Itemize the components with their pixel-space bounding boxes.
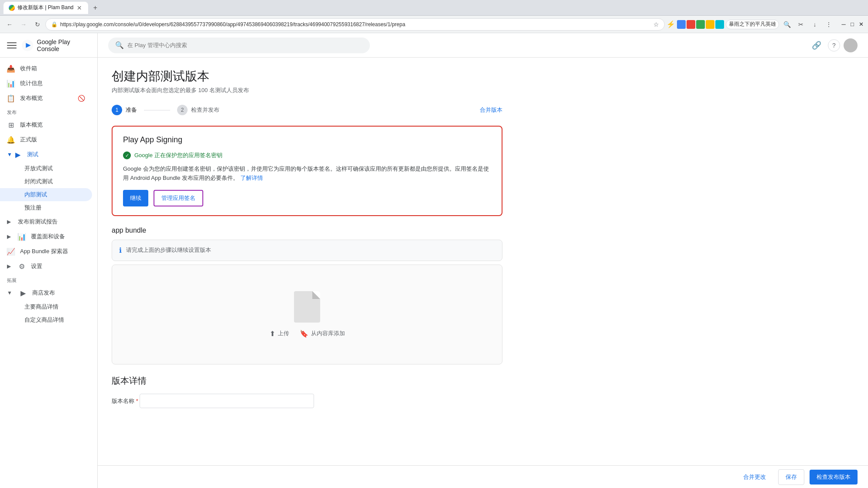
page-subtitle: 内部测试版本会面向您选定的最多 100 名测试人员发布 — [112, 86, 502, 94]
sidebar-item-app-bundle[interactable]: 📈 App Bundle 探索器 — [0, 244, 92, 259]
sidebar-item-test[interactable]: ▼ ▶ 测试 — [0, 147, 92, 162]
step-1-circle: 1 — [112, 105, 122, 115]
sidebar-sub-item-open-test[interactable]: 开放式测试 — [0, 162, 92, 175]
info-icon: ℹ — [119, 246, 122, 254]
pre-launch-label: 发布前测试报告 — [18, 218, 58, 226]
upload-icon: ⬆ — [270, 330, 275, 338]
step-1-label: 准备 — [126, 106, 137, 114]
minimize-button[interactable]: ─ — [840, 21, 847, 28]
sidebar-item-coverage[interactable]: ▶ 📊 覆盖面和设备 — [0, 229, 92, 244]
upload-label: 上传 — [278, 330, 289, 337]
signing-card: Play App Signing ✓ Google 正在保护您的应用签名密钥 G… — [112, 126, 502, 216]
bottom-action-bar: 合并更改 保存 检查发布版本 — [98, 465, 868, 488]
search-bar[interactable]: 🔍 — [108, 38, 370, 53]
steps-bar: 1 准备 2 检查并发布 合并版本 — [112, 105, 502, 115]
test-icon: ▶ — [14, 151, 22, 158]
manage-signing-button[interactable]: 管理应用签名 — [154, 190, 203, 206]
version-name-label: 版本名称 * — [112, 398, 140, 404]
add-from-library-button[interactable]: 🔖 从内容库添加 — [300, 330, 345, 338]
sub-label: 封闭式测试 — [24, 178, 53, 186]
sub-label: 自定义商品详情 — [24, 316, 64, 324]
expand-chevron-prelaunch: ▶ — [7, 219, 11, 225]
merge-version-link[interactable]: 合并版本 — [480, 106, 502, 114]
hamburger-menu[interactable] — [7, 40, 17, 51]
main-content: 🔍 🔗 ? 创建内部测试版本 内部测试版本会面向您选定的最多 100 名测试人员… — [98, 33, 868, 488]
sidebar-item-version-overview[interactable]: ⊞ 版本概览 — [0, 117, 92, 132]
page-content: 创建内部测试版本 内部测试版本会面向您选定的最多 100 名测试人员发布 1 准… — [98, 58, 516, 429]
sidebar-section-publish: 发布 — [0, 106, 97, 117]
customize-icon[interactable]: ✂ — [795, 18, 807, 31]
top-bar-right: 🔗 ? — [809, 38, 858, 53]
close-button[interactable]: ✕ — [858, 21, 865, 28]
signing-status-text: Google 正在保护您的应用签名密钥 — [134, 151, 222, 159]
merge-changes-button[interactable]: 合并更改 — [736, 470, 773, 485]
menu-button[interactable]: ⋮ — [823, 18, 835, 31]
tab-title: 修改新版本 | Plam Band — [17, 4, 73, 11]
sidebar-item-label: 商店发布 — [32, 289, 55, 297]
tab-favicon — [9, 5, 15, 11]
file-icon — [294, 291, 320, 323]
sidebar-sub-item-internal-test[interactable]: 内部测试 — [0, 188, 92, 201]
sidebar-header: Google Play Console — [0, 33, 97, 58]
sub-label: 开放式测试 — [24, 165, 53, 172]
new-tab-button[interactable]: + — [90, 3, 100, 13]
version-name-input[interactable] — [140, 394, 314, 408]
toolbar-search-icon[interactable]: 🔍 — [781, 18, 793, 31]
store-publish-icon: ▶ — [19, 289, 27, 297]
upload-button[interactable]: ⬆ 上传 — [270, 330, 289, 338]
sidebar-item-settings[interactable]: ▶ ⚙ 设置 — [0, 259, 92, 274]
sidebar-sub-item-closed-test[interactable]: 封闭式测试 — [0, 175, 92, 188]
sidebar-sub-item-pre-register[interactable]: 预注册 — [0, 201, 92, 214]
sidebar-item-publish-overview[interactable]: 📋 发布概览 🚫 — [0, 91, 92, 106]
maximize-button[interactable]: □ — [849, 21, 856, 28]
help-icon-button[interactable]: ? — [828, 39, 840, 52]
back-button[interactable]: ← — [3, 18, 16, 31]
expand-chevron-coverage: ▶ — [7, 234, 11, 240]
continue-button[interactable]: 继续 — [123, 190, 148, 206]
bookmark-icon[interactable]: ☆ — [653, 21, 659, 28]
user-avatar[interactable] — [844, 38, 858, 52]
sidebar-item-stats[interactable]: 📊 统计信息 — [0, 76, 92, 91]
upload-actions-row: ⬆ 上传 🔖 从内容库添加 — [270, 330, 345, 338]
learn-more-link[interactable]: 了解详情 — [240, 175, 263, 181]
step-1: 1 准备 — [112, 105, 137, 115]
page-title: 创建内部测试版本 — [112, 68, 502, 85]
sidebar-item-store-publish[interactable]: ▼ ▶ 商店发布 — [0, 285, 92, 300]
step-2-label: 检查并发布 — [191, 106, 219, 114]
tab-close-icon[interactable]: ✕ — [76, 4, 83, 11]
sub-label: 主要商品详情 — [24, 303, 58, 311]
app-bundle-section: app bundle ℹ 请完成上面的步骤以继续设置版本 ⬆ — [112, 227, 502, 364]
sub-label: 预注册 — [24, 204, 41, 212]
search-input[interactable] — [127, 42, 363, 48]
stats-icon: 📊 — [7, 79, 15, 87]
sidebar-item-label: 版本概览 — [20, 121, 43, 129]
release-icon: 🔔 — [7, 136, 15, 144]
review-publish-button[interactable]: 检查发布版本 — [810, 470, 858, 485]
sidebar-sub-item-main-product[interactable]: 主要商品详情 — [0, 300, 92, 313]
expand-chevron-test: ▼ — [7, 151, 12, 158]
sub-label: 内部测试 — [24, 191, 47, 199]
version-details-title: 版本详情 — [112, 375, 502, 387]
save-button[interactable]: 保存 — [778, 469, 804, 485]
info-text: 请完成上面的步骤以继续设置版本 — [126, 246, 211, 254]
sidebar-item-label: App Bundle 探索器 — [20, 247, 68, 255]
info-box: ℹ 请完成上面的步骤以继续设置版本 — [112, 240, 502, 261]
settings-icon: ⚙ — [18, 262, 26, 270]
forward-button[interactable]: → — [17, 18, 30, 31]
browser-chrome: 修改新版本 | Plam Band ✕ + — [0, 0, 868, 16]
sidebar-sub-item-custom-product[interactable]: 自定义商品详情 — [0, 313, 92, 326]
url-text: https://play.google.com/console/u/0/deve… — [60, 21, 651, 27]
signing-title: Play App Signing — [123, 135, 491, 144]
refresh-button[interactable]: ↻ — [31, 18, 44, 31]
sidebar-item-inbox[interactable]: 📥 收件箱 — [0, 61, 92, 76]
browser-tab[interactable]: 修改新版本 | Plam Band ✕ — [3, 2, 88, 14]
address-bar[interactable]: 🔒 https://play.google.com/console/u/0/de… — [45, 18, 665, 31]
link-icon-button[interactable]: 🔗 — [809, 38, 824, 53]
signing-actions: 继续 管理应用签名 — [123, 190, 491, 206]
step-2: 2 检查并发布 — [177, 105, 219, 115]
sidebar-item-label: 测试 — [27, 151, 38, 158]
sidebar-item-pre-launch[interactable]: ▶ 发布前测试报告 — [0, 214, 92, 229]
sidebar-item-release[interactable]: 🔔 正式版 — [0, 132, 92, 147]
download-icon[interactable]: ↓ — [809, 18, 821, 31]
version-overview-icon: ⊞ — [7, 121, 15, 129]
